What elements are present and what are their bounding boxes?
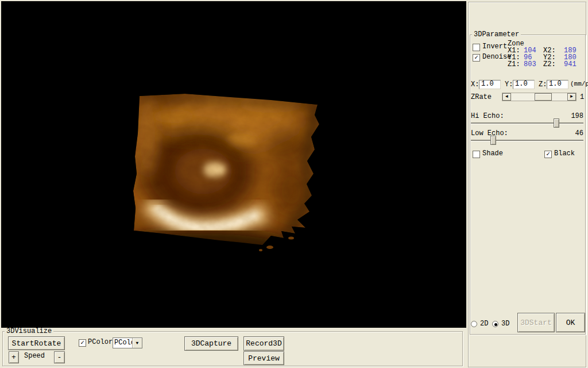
black-checkbox[interactable]: ✓ <box>544 151 552 158</box>
preview-button[interactable]: Preview <box>243 351 284 365</box>
black-label: Black <box>554 150 575 158</box>
render-viewport[interactable] <box>1 1 466 328</box>
y-scale-input[interactable]: 1.0 <box>513 80 535 89</box>
hi-echo-slider-track[interactable] <box>471 122 583 124</box>
x-scale-input[interactable]: 1.0 <box>479 80 501 89</box>
mode-2d-label: 2D <box>480 320 488 328</box>
pcolor-dropdown-arrow-icon[interactable]: ▼ <box>132 338 142 348</box>
record-3d-button[interactable]: Record3D <box>243 336 284 351</box>
mode-3d-label: 3D <box>501 320 509 328</box>
low-echo-slider-track[interactable] <box>471 140 583 141</box>
zrate-label: ZRate <box>471 94 492 101</box>
zrate-value: 1 <box>580 94 584 101</box>
shade-checkbox[interactable] <box>473 151 480 158</box>
denoise-label: Denoise <box>482 53 511 61</box>
ok-button[interactable]: OK <box>556 313 585 332</box>
mode-3d-radio[interactable] <box>492 321 498 327</box>
zone-row-z2-label: Z2: <box>543 61 556 68</box>
invert-label: Invert <box>482 43 507 51</box>
y-scale-label: Y: <box>505 81 513 89</box>
zrate-scroll-thumb[interactable] <box>535 93 552 101</box>
app-window: 3DParameter Invert ✓ Denoise Zone X1: 10… <box>0 0 588 368</box>
start-rotate-button[interactable]: StartRotate <box>8 336 65 350</box>
denoise-checkbox[interactable]: ✓ <box>473 54 480 62</box>
capture-3d-button[interactable]: 3DCapture <box>184 336 238 351</box>
visualize-group-title: 3DVisualize <box>5 328 53 335</box>
low-echo-slider[interactable] <box>471 136 583 145</box>
start-3d-button[interactable]: 3DStart <box>517 313 555 332</box>
ultrasound-volume-render <box>1 1 466 328</box>
shade-label: Shade <box>482 150 503 158</box>
pcolor-dropdown[interactable]: PColor ▼ <box>113 338 142 348</box>
speed-minus-button[interactable]: - <box>54 351 65 363</box>
speed-label: Speed <box>24 352 45 360</box>
zrate-scroll-track[interactable] <box>511 93 567 101</box>
z-scale-input[interactable]: 1.0 <box>547 80 568 89</box>
zrate-scroll-left-icon[interactable]: ◄ <box>502 93 511 101</box>
zone-row-z1-label: Z1: <box>508 61 520 68</box>
x-scale-label: X: <box>471 81 479 89</box>
low-echo-slider-thumb[interactable] <box>490 136 496 145</box>
pcolor-label: PColor <box>88 339 113 346</box>
z-scale-label: Z: <box>539 81 547 89</box>
speed-plus-button[interactable]: + <box>9 351 19 363</box>
zrate-scroll-right-icon[interactable]: ► <box>567 93 576 101</box>
pcolor-dropdown-value: PColor <box>113 338 132 348</box>
parameter-group-title: 3DParameter <box>472 31 521 38</box>
hi-echo-slider[interactable] <box>471 118 583 128</box>
invert-checkbox[interactable] <box>473 44 480 51</box>
scale-unit-label: (mm/p) <box>570 80 588 88</box>
pcolor-checkbox[interactable]: ✓ <box>79 339 86 347</box>
zone-row-z1-value: 803 <box>524 61 536 68</box>
hi-echo-slider-thumb[interactable] <box>554 118 559 128</box>
mode-2d-radio[interactable] <box>471 321 477 327</box>
zone-row-z2-value: 941 <box>564 61 577 68</box>
zrate-scrollbar[interactable]: ◄ ► <box>502 93 577 101</box>
